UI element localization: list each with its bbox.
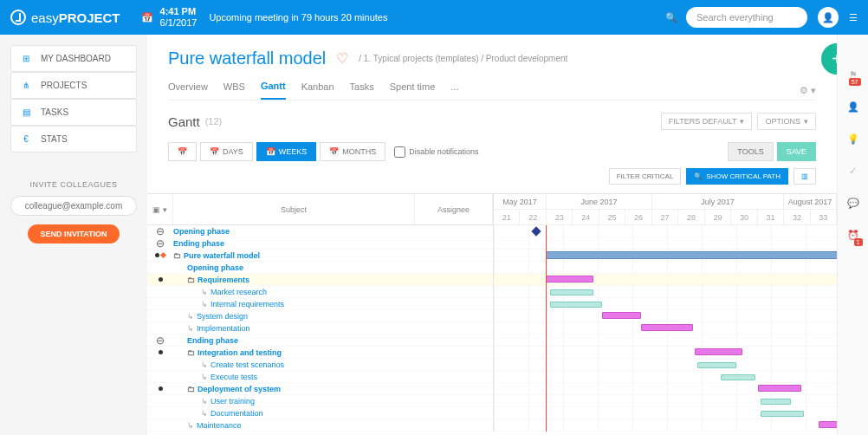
- options-dropdown[interactable]: OPTIONS ▾: [757, 113, 816, 130]
- task-row[interactable]: ↳Internal requirements: [147, 298, 493, 310]
- tab-gantt[interactable]: Gantt: [261, 81, 286, 100]
- task-name[interactable]: Ending phase: [173, 336, 415, 345]
- col-subject[interactable]: Subject: [173, 194, 415, 224]
- gantt-bar[interactable]: [761, 411, 804, 417]
- sidebar-item-0[interactable]: ⊞MY DASHBOARD: [10, 45, 137, 72]
- milestone-icon[interactable]: [531, 226, 541, 236]
- rightbar-item[interactable]: 👤: [847, 101, 859, 113]
- gantt-bar[interactable]: [761, 399, 791, 405]
- show-critical-path-button[interactable]: 🔍 SHOW CRITICAL PATH: [686, 168, 788, 185]
- logo[interactable]: easyPROJECT: [10, 10, 120, 25]
- task-row[interactable]: ⊖Ending phase: [147, 237, 493, 250]
- task-row[interactable]: ↳Create test scenarios: [147, 359, 493, 371]
- expand-toggle[interactable]: ⊖: [147, 225, 173, 237]
- gantt-bar[interactable]: [550, 302, 602, 308]
- filter-critical-button[interactable]: FILTER CRITICAL: [609, 168, 682, 185]
- page-title[interactable]: Pure waterfall model: [168, 49, 326, 68]
- tab-spent time[interactable]: Spent time: [390, 81, 436, 99]
- zoom-out-button[interactable]: 📅: [168, 142, 197, 161]
- task-row[interactable]: ↳System design: [147, 310, 493, 322]
- tools-button[interactable]: TOOLS: [728, 142, 773, 161]
- task-row[interactable]: Opening phase: [147, 262, 493, 274]
- rightbar-item[interactable]: ⚑57: [849, 69, 858, 81]
- task-row[interactable]: ↳Execute tests: [147, 371, 493, 383]
- sidebar-item-2[interactable]: ▤TASKS: [10, 99, 137, 126]
- task-name[interactable]: Ending phase: [173, 239, 415, 248]
- expand-toggle[interactable]: [147, 350, 173, 354]
- task-row[interactable]: 🗀Requirements: [147, 274, 493, 286]
- task-name[interactable]: ↳System design: [173, 312, 415, 321]
- sidebar-item-1[interactable]: ⋔PROJECTS: [10, 72, 137, 99]
- expand-all-icon[interactable]: ▣ ▾: [147, 194, 173, 224]
- task-row[interactable]: ↳User training: [147, 395, 493, 407]
- task-row[interactable]: 🗀Pure waterfall model: [147, 250, 493, 262]
- task-row[interactable]: ⊖Ending phase: [147, 334, 493, 347]
- gantt-bar[interactable]: [550, 289, 593, 295]
- menu-icon[interactable]: ☰: [849, 12, 858, 23]
- task-row[interactable]: ↳Maintenance: [147, 419, 493, 432]
- task-row[interactable]: ↳Market research: [147, 286, 493, 298]
- months-button[interactable]: 📅 MONTHS: [320, 142, 385, 161]
- search-input[interactable]: Search everything: [686, 7, 807, 28]
- tab-tasks[interactable]: Tasks: [350, 81, 374, 99]
- rightbar-item[interactable]: 💡: [847, 133, 859, 145]
- tab-kanban[interactable]: Kanban: [301, 81, 334, 99]
- task-name[interactable]: ↳Implementation: [173, 324, 415, 333]
- breadcrumb[interactable]: / 1. Typical projects (templates) / Prod…: [359, 54, 567, 63]
- task-name[interactable]: ↳Documentation: [173, 409, 415, 418]
- task-name[interactable]: 🗀Integration and testing: [173, 348, 415, 357]
- expand-toggle[interactable]: [147, 277, 173, 282]
- favorite-icon[interactable]: ♡: [336, 50, 348, 67]
- task-name[interactable]: 🗀Deployment of system: [173, 385, 415, 393]
- gantt-bar[interactable]: [546, 251, 837, 259]
- gantt-bar[interactable]: [546, 276, 593, 282]
- folder-icon: 🗀: [173, 251, 181, 260]
- gantt-bar[interactable]: [721, 374, 755, 380]
- task-name[interactable]: ↳User training: [173, 397, 415, 406]
- rightbar-item[interactable]: 💬: [847, 198, 859, 209]
- send-invitation-button[interactable]: SEND INVITATION: [28, 224, 119, 243]
- task-name[interactable]: Opening phase: [173, 263, 415, 272]
- filters-dropdown[interactable]: FILTERS DEFAULT ▾: [661, 113, 753, 130]
- save-button[interactable]: SAVE: [777, 142, 816, 161]
- gear-icon[interactable]: ⚙ ▾: [800, 85, 816, 96]
- gantt-bar[interactable]: [602, 312, 641, 319]
- avatar[interactable]: 👤: [818, 7, 839, 28]
- rightbar-item[interactable]: ✓: [849, 166, 857, 177]
- expand-toggle[interactable]: ⊖: [147, 237, 173, 250]
- sidebar-item-3[interactable]: €STATS: [10, 126, 137, 153]
- task-row[interactable]: 🗀Deployment of system: [147, 383, 493, 395]
- gantt-bar[interactable]: [641, 324, 693, 331]
- task-name[interactable]: ↳Market research: [173, 288, 415, 296]
- task-row[interactable]: ↳Documentation: [147, 407, 493, 419]
- expand-toggle[interactable]: ⊖: [147, 334, 173, 347]
- tab-wbs[interactable]: WBS: [223, 81, 245, 99]
- weeks-button[interactable]: 📅 WEEKS: [256, 142, 317, 161]
- task-row[interactable]: ⊖Opening phase: [147, 225, 493, 237]
- task-name[interactable]: 🗀Pure waterfall model: [173, 251, 415, 260]
- task-row[interactable]: ↳Implementation: [147, 322, 493, 334]
- task-name[interactable]: Opening phase: [173, 227, 415, 236]
- rightbar-item[interactable]: ⏰1: [847, 230, 859, 241]
- columns-config-button[interactable]: ▥: [794, 168, 816, 185]
- gantt-bar[interactable]: [695, 348, 742, 355]
- task-name[interactable]: ↳Internal requirements: [173, 300, 415, 308]
- invite-input[interactable]: [10, 196, 137, 216]
- gantt-bar[interactable]: [697, 362, 736, 368]
- task-name[interactable]: ↳Execute tests: [173, 373, 415, 381]
- expand-toggle[interactable]: [147, 253, 173, 257]
- col-assignee[interactable]: Assignee: [415, 194, 493, 224]
- disable-notifications-checkbox[interactable]: Disable notifications: [394, 146, 478, 158]
- search-icon[interactable]: 🔍: [665, 12, 677, 23]
- task-row[interactable]: 🗀Integration and testing: [147, 347, 493, 359]
- days-button[interactable]: 📅 DAYS: [200, 142, 253, 161]
- task-name[interactable]: ↳Create test scenarios: [173, 360, 415, 369]
- gantt-bar[interactable]: [819, 421, 837, 428]
- calendar-icon[interactable]: 📅: [141, 12, 153, 23]
- gantt-bar[interactable]: [758, 385, 801, 392]
- tab-overview[interactable]: Overview: [168, 81, 208, 99]
- expand-toggle[interactable]: [147, 386, 173, 391]
- task-name[interactable]: 🗀Requirements: [173, 276, 415, 284]
- tab-...[interactable]: ...: [450, 81, 458, 99]
- task-name[interactable]: ↳Maintenance: [173, 421, 415, 430]
